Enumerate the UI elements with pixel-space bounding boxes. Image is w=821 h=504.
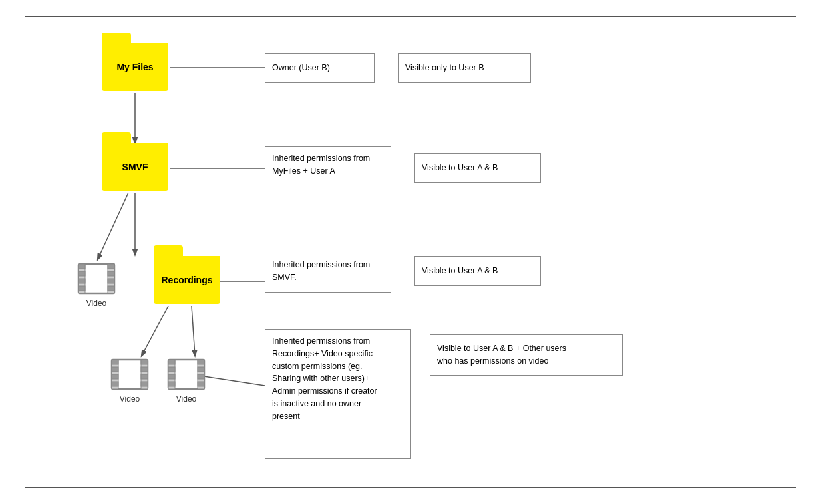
svg-rect-38 [198,360,204,364]
folder-myfiles: My Files [102,43,168,91]
svg-rect-23 [112,360,118,364]
film-reel-video-bottom-left [110,357,149,392]
info-box-smvf-visibility: Visible to User A & B [414,153,541,183]
svg-rect-24 [112,367,118,372]
svg-rect-35 [168,367,175,372]
svg-rect-34 [168,360,175,364]
svg-rect-27 [141,360,148,364]
svg-rect-18 [108,279,114,283]
svg-rect-40 [198,374,204,379]
folder-recordings-label: Recordings [161,275,212,285]
svg-line-2 [98,193,128,259]
svg-rect-25 [112,374,118,379]
folder-smvf-label: SMVF [122,162,148,172]
svg-rect-37 [168,382,175,386]
svg-rect-19 [108,286,114,291]
film-reel-video-top [77,261,116,296]
svg-line-4 [192,306,195,356]
svg-line-8 [200,376,265,386]
svg-rect-41 [198,382,204,386]
info-box-smvf: Inherited permissions fromMyFiles + User… [265,146,391,191]
info-box-recordings-visibility: Visible to User A & B [414,256,541,286]
svg-rect-16 [108,264,114,269]
svg-line-3 [142,306,168,356]
svg-rect-39 [198,367,204,372]
info-box-videos: Inherited permissions fromRecordings+ Vi… [265,329,411,459]
svg-rect-29 [141,374,148,379]
svg-rect-26 [112,382,118,386]
svg-rect-12 [79,264,85,269]
svg-rect-17 [108,271,114,276]
film-label-video-bottom-right: Video [167,394,206,404]
folder-myfiles-label: My Files [116,62,153,72]
svg-rect-30 [141,382,148,386]
svg-rect-15 [79,286,85,291]
svg-rect-14 [79,279,85,283]
svg-rect-13 [79,271,85,276]
film-label-video-bottom-left: Video [110,394,149,404]
film-reel-video-bottom-right [167,357,206,392]
svg-rect-36 [168,374,175,379]
folder-smvf: SMVF [102,143,168,191]
svg-rect-28 [141,367,148,372]
info-box-myfiles-visibility: Visible only to User B [398,53,531,83]
folder-recordings: Recordings [154,256,220,304]
info-box-myfiles: Owner (User B) [265,53,375,83]
info-box-videos-visibility: Visible to User A & B + Other userswho h… [430,334,623,376]
info-box-recordings: Inherited permissions fromSMVF. [265,253,391,293]
diagram-container: My Files SMVF Recordings Video [25,16,796,488]
film-label-video-top: Video [77,299,116,308]
